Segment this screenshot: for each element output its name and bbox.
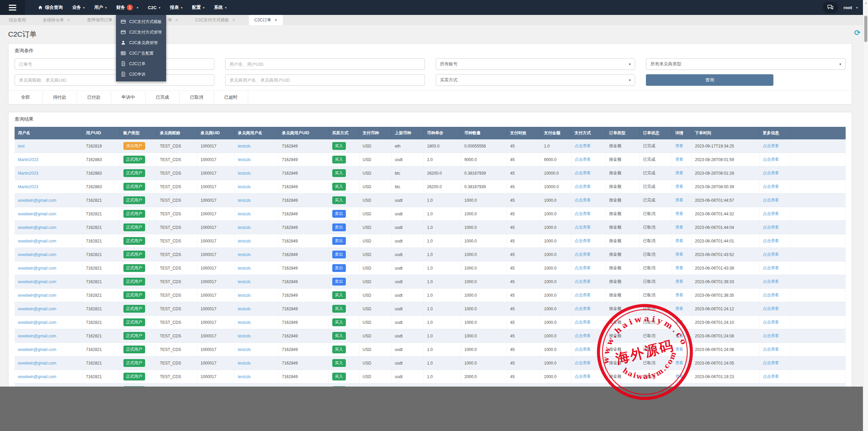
close-icon[interactable]: ✕ (67, 18, 70, 22)
acceptor-username-link[interactable]: testcds (238, 157, 251, 162)
username-link[interactable]: wxedwin@gmail.com (18, 212, 56, 216)
detail-link[interactable]: 查看 (675, 184, 684, 189)
pay-method-link[interactable]: 点击查看 (575, 279, 591, 284)
more-info-link[interactable]: 点击查看 (763, 143, 779, 148)
username-link[interactable]: wxedwin@gmail.com (18, 279, 56, 284)
acceptor-username-link[interactable]: testcds (238, 239, 251, 243)
dropdown-item-C2C支付方式模板[interactable]: C2C支付方式模板 (116, 17, 166, 27)
detail-link[interactable]: 查看 (675, 157, 684, 162)
pay-method-link[interactable]: 点击查看 (575, 157, 591, 162)
pay-method-link[interactable]: 点击查看 (575, 238, 591, 243)
pay-method-link[interactable]: 点击查看 (575, 306, 591, 311)
more-info-link[interactable]: 点击查看 (763, 279, 779, 284)
username-link[interactable]: wxedwin@gmail.com (18, 320, 56, 325)
acceptor-username-link[interactable]: testcds (238, 293, 251, 298)
username-link[interactable]: Martin2023 (18, 171, 38, 176)
user-menu[interactable]: root ▾ (844, 5, 858, 10)
filter-tab-申诉中[interactable]: 申诉中 (111, 91, 145, 104)
nav-item-用户[interactable]: 用户▾ (90, 0, 112, 15)
username-link[interactable]: wxedwin@gmail.com (18, 198, 56, 203)
detail-link[interactable]: 查看 (675, 279, 684, 284)
more-info-link[interactable]: 点击查看 (763, 225, 779, 230)
acceptor-user-input[interactable] (225, 74, 425, 86)
acceptor-username-link[interactable]: testcds (238, 374, 251, 379)
nav-item-报表[interactable]: 报表▾ (165, 0, 187, 15)
acceptor-username-link[interactable]: testcds (238, 184, 251, 189)
more-info-link[interactable]: 点击查看 (763, 171, 779, 175)
acceptor-username-link[interactable]: testcds (238, 252, 251, 257)
username-link[interactable]: wxedwin@gmail.com (18, 334, 56, 338)
account-select[interactable]: 所有账号 ▾ (436, 58, 635, 70)
acceptor-username-link[interactable]: testcds (238, 266, 251, 271)
detail-link[interactable]: 查看 (675, 360, 684, 365)
menu-toggle-icon[interactable] (0, 0, 25, 15)
filter-tab-全部[interactable]: 全部 (8, 91, 43, 104)
detail-link[interactable]: 查看 (675, 198, 684, 202)
pay-method-link[interactable]: 点击查看 (575, 143, 591, 148)
pay-method-link[interactable]: 点击查看 (575, 211, 591, 216)
pay-method-link[interactable]: 点击查看 (575, 293, 591, 297)
detail-link[interactable]: 查看 (675, 293, 684, 297)
detail-link[interactable]: 查看 (675, 306, 684, 311)
more-info-link[interactable]: 点击查看 (763, 293, 779, 297)
acceptor-username-link[interactable]: testcds (238, 171, 251, 176)
more-info-link[interactable]: 点击查看 (763, 306, 779, 311)
acceptor-username-link[interactable]: testcds (238, 334, 251, 338)
acceptor-username-link[interactable]: testcds (238, 347, 251, 352)
acceptor-username-link[interactable]: testcds (238, 212, 251, 216)
user-input[interactable] (225, 58, 425, 70)
detail-link[interactable]: 查看 (675, 143, 684, 148)
detail-link[interactable]: 查看 (675, 347, 684, 352)
detail-link[interactable]: 查看 (675, 333, 684, 338)
filter-tab-已取消[interactable]: 已取消 (180, 91, 214, 104)
pay-method-link[interactable]: 点击查看 (575, 360, 591, 365)
nav-item-业务[interactable]: 业务▾ (67, 0, 90, 15)
dropdown-item-C2C承兑商管理[interactable]: C2C承兑商管理 (116, 38, 166, 48)
acceptor-username-link[interactable]: testcds (238, 225, 251, 230)
tab-C2C订单[interactable]: C2C订单✕ (249, 15, 283, 25)
nav-item-配置[interactable]: 配置▾ (187, 0, 209, 15)
detail-link[interactable]: 查看 (675, 238, 684, 243)
close-icon[interactable]: ✕ (175, 18, 178, 22)
acceptor-username-link[interactable]: testcds (238, 144, 251, 149)
scroll-up-icon[interactable]: ▲ (865, 1, 867, 4)
acceptor-username-link[interactable]: testcds (238, 361, 251, 366)
refresh-icon[interactable]: ⟳ (854, 28, 861, 37)
acceptor-username-link[interactable]: testcds (238, 307, 251, 311)
acceptor-username-link[interactable]: testcds (238, 198, 251, 203)
detail-link[interactable]: 查看 (675, 225, 684, 230)
pay-method-link[interactable]: 点击查看 (575, 171, 591, 175)
dropdown-item-C2C订单[interactable]: C2C订单 (116, 59, 166, 69)
pay-method-link[interactable]: 点击查看 (575, 333, 591, 338)
username-link[interactable]: wxedwin@gmail.com (18, 374, 56, 379)
username-link[interactable]: wxedwin@gmail.com (18, 252, 56, 257)
nav-item-C2C[interactable]: C2C▾ (143, 0, 165, 15)
more-info-link[interactable]: 点击查看 (763, 157, 779, 162)
more-info-link[interactable]: 点击查看 (763, 333, 779, 338)
dropdown-item-C2C申诉[interactable]: C2C申诉 (116, 69, 166, 80)
dropdown-item-C2C支付方式管理[interactable]: C2C支付方式管理 (116, 27, 166, 38)
messages-button[interactable] (823, 2, 838, 13)
tab-单[interactable]: 单✕ (164, 15, 182, 25)
pay-method-link[interactable]: 点击查看 (575, 374, 591, 379)
pay-method-link[interactable]: 点击查看 (575, 225, 591, 230)
pay-method-link[interactable]: 点击查看 (575, 198, 591, 202)
username-link[interactable]: test (18, 144, 24, 149)
username-link[interactable]: wxedwin@gmail.com (18, 225, 56, 230)
side-select[interactable]: 买卖方式 ▾ (436, 74, 635, 86)
acceptor-username-link[interactable]: testcds (238, 279, 251, 284)
more-info-link[interactable]: 点击查看 (763, 374, 779, 379)
pay-method-link[interactable]: 点击查看 (575, 184, 591, 189)
more-info-link[interactable]: 点击查看 (763, 211, 779, 216)
username-link[interactable]: wxedwin@gmail.com (18, 239, 56, 243)
acceptor-username-link[interactable]: testcds (238, 320, 251, 325)
search-button[interactable]: 查询 (646, 74, 773, 86)
more-info-link[interactable]: 点击查看 (763, 266, 779, 270)
filter-tab-已超时[interactable]: 已超时 (214, 91, 248, 104)
detail-link[interactable]: 查看 (675, 252, 684, 257)
detail-link[interactable]: 查看 (675, 171, 684, 175)
scrollbar[interactable]: ▲ (863, 0, 868, 431)
more-info-link[interactable]: 点击查看 (763, 252, 779, 257)
tab-永续持仓单[interactable]: 永续持仓单✕ (39, 15, 74, 25)
nav-item-综合查询[interactable]: 综合查询 (33, 0, 67, 15)
